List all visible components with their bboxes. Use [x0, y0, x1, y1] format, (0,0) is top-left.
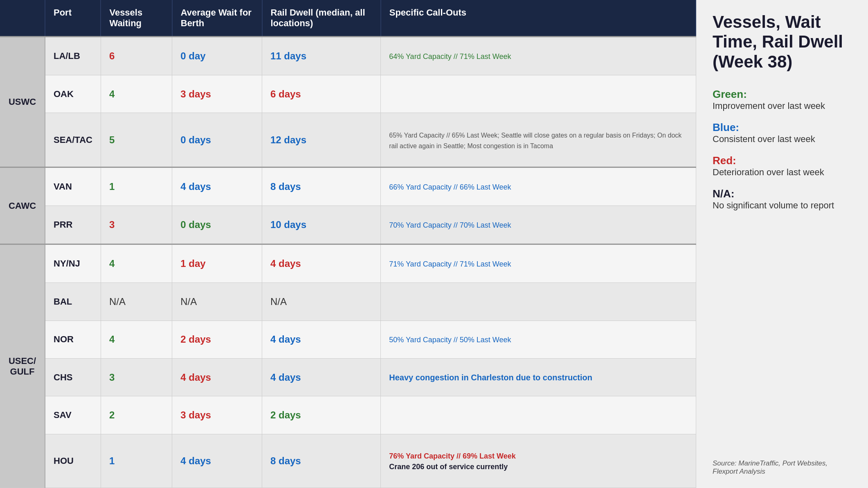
callout-hou: 76% Yard Capacity // 69% Last Week Crane…	[381, 434, 696, 488]
rail-nor: 4 days	[262, 321, 381, 358]
table-row: CHS 3 4 days 4 days Heavy congestion in …	[0, 358, 696, 396]
table-row: CAWC VAN 1 4 days 8 days 66% Yard Capaci…	[0, 167, 696, 206]
legend-green-desc: Improvement over last week	[713, 101, 825, 111]
wait-bal: N/A	[172, 283, 262, 321]
header-rail: Rail Dwell (median, all locations)	[262, 0, 381, 37]
vessels-van: 1	[101, 167, 172, 206]
port-bal: BAL	[45, 283, 101, 321]
port-oak: OAK	[45, 75, 101, 113]
port-nor: NOR	[45, 321, 101, 358]
legend-green: Green: Improvement over last week	[713, 88, 852, 111]
wait-oak: 3 days	[172, 75, 262, 113]
vessels-oak: 4	[101, 75, 172, 113]
main-container: Port Vessels Waiting Average Wait for Be…	[0, 0, 868, 488]
rail-van: 8 days	[262, 167, 381, 206]
callout-van: 66% Yard Capacity // 66% Last Week	[381, 167, 696, 206]
sidebar: Vessels, Wait Time, Rail Dwell (Week 38)…	[696, 0, 868, 488]
header-region	[0, 0, 45, 37]
rail-chs: 4 days	[262, 358, 381, 396]
vessels-lalb: 6	[101, 37, 172, 75]
table-row: NOR 4 2 days 4 days 50% Yard Capacity //…	[0, 321, 696, 358]
callout-bal	[381, 283, 696, 321]
vessels-nynj: 4	[101, 244, 172, 283]
vessels-bal: N/A	[101, 283, 172, 321]
wait-lalb: 0 day	[172, 37, 262, 75]
wait-sav: 3 days	[172, 396, 262, 434]
vessels-prr: 3	[101, 206, 172, 244]
table-row: SEA/TAC 5 0 days 12 days 65% Yard Capaci…	[0, 113, 696, 167]
wait-nor: 2 days	[172, 321, 262, 358]
rail-sav: 2 days	[262, 396, 381, 434]
wait-hou: 4 days	[172, 434, 262, 488]
region-cawc: CAWC	[0, 167, 45, 244]
vessels-nor: 4	[101, 321, 172, 358]
header-wait: Average Wait for Berth	[172, 0, 262, 37]
table-row: OAK 4 3 days 6 days	[0, 75, 696, 113]
legend-na-desc: No significant volume to report	[713, 200, 834, 210]
data-table: Port Vessels Waiting Average Wait for Be…	[0, 0, 696, 488]
legend-red-label: Red:	[713, 154, 736, 167]
rail-hou: 8 days	[262, 434, 381, 488]
legend-blue-desc: Consistent over last week	[713, 134, 815, 144]
port-prr: PRR	[45, 206, 101, 244]
port-seatac: SEA/TAC	[45, 113, 101, 167]
callout-seatac: 65% Yard Capacity // 65% Last Week; Seat…	[381, 113, 696, 167]
callout-oak	[381, 75, 696, 113]
table-row: BAL N/A N/A N/A	[0, 283, 696, 321]
legend-green-label: Green:	[713, 88, 747, 100]
wait-chs: 4 days	[172, 358, 262, 396]
legend-blue-label: Blue:	[713, 121, 739, 133]
rail-oak: 6 days	[262, 75, 381, 113]
header-callouts: Specific Call-Outs	[381, 0, 696, 37]
header-port: Port	[45, 0, 101, 37]
callout-sav	[381, 396, 696, 434]
port-lalb: LA/LB	[45, 37, 101, 75]
legend-na-label: N/A:	[713, 188, 734, 200]
table-row: USWC LA/LB 6 0 day 11 days 64% Yard Capa…	[0, 37, 696, 75]
wait-van: 4 days	[172, 167, 262, 206]
rail-nynj: 4 days	[262, 244, 381, 283]
port-sav: SAV	[45, 396, 101, 434]
sidebar-title: Vessels, Wait Time, Rail Dwell (Week 38)	[713, 12, 852, 72]
table-row: USEC/ GULF NY/NJ 4 1 day 4 days 71% Yard…	[0, 244, 696, 283]
rail-seatac: 12 days	[262, 113, 381, 167]
table-row: HOU 1 4 days 8 days 76% Yard Capacity //…	[0, 434, 696, 488]
port-nynj: NY/NJ	[45, 244, 101, 283]
table-section: Port Vessels Waiting Average Wait for Be…	[0, 0, 696, 488]
callout-prr: 70% Yard Capacity // 70% Last Week	[381, 206, 696, 244]
wait-nynj: 1 day	[172, 244, 262, 283]
table-row: SAV 2 3 days 2 days	[0, 396, 696, 434]
header-vessels: Vessels Waiting	[101, 0, 172, 37]
vessels-seatac: 5	[101, 113, 172, 167]
rail-prr: 10 days	[262, 206, 381, 244]
legend-red: Red: Deterioration over last week	[713, 154, 852, 178]
table-row: PRR 3 0 days 10 days 70% Yard Capacity /…	[0, 206, 696, 244]
wait-seatac: 0 days	[172, 113, 262, 167]
legend-blue: Blue: Consistent over last week	[713, 121, 852, 145]
port-hou: HOU	[45, 434, 101, 488]
callout-nynj: 71% Yard Capacity // 71% Last Week	[381, 244, 696, 283]
rail-lalb: 11 days	[262, 37, 381, 75]
vessels-hou: 1	[101, 434, 172, 488]
region-usec-gulf: USEC/ GULF	[0, 244, 45, 488]
callout-nor: 50% Yard Capacity // 50% Last Week	[381, 321, 696, 358]
legend-red-desc: Deterioration over last week	[713, 167, 824, 177]
rail-bal: N/A	[262, 283, 381, 321]
source-text: Source: MarineTraffic, Port Websites, Fl…	[713, 459, 852, 476]
port-chs: CHS	[45, 358, 101, 396]
wait-prr: 0 days	[172, 206, 262, 244]
region-uswc: USWC	[0, 37, 45, 167]
callout-chs: Heavy congestion in Charleston due to co…	[381, 358, 696, 396]
callout-lalb: 64% Yard Capacity // 71% Last Week	[381, 37, 696, 75]
legend-na: N/A: No significant volume to report	[713, 188, 852, 211]
port-van: VAN	[45, 167, 101, 206]
vessels-chs: 3	[101, 358, 172, 396]
vessels-sav: 2	[101, 396, 172, 434]
